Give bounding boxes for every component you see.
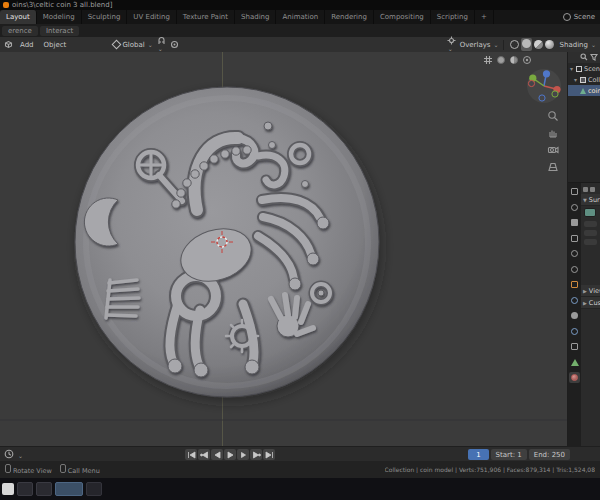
panel-label: Viewport Display (589, 287, 600, 295)
subtab-interact[interactable]: Interact (40, 26, 79, 36)
status-hint-menu: Call Menu (60, 464, 100, 475)
frame-fields: 1 Start: 1 End: 250 (468, 449, 570, 460)
property-slider[interactable] (584, 230, 597, 236)
rendered-shading-button[interactable] (545, 40, 554, 49)
subtab-reference[interactable]: erence (2, 26, 38, 36)
surface-color-swatch[interactable] (584, 208, 596, 217)
xray-toggle-icon[interactable] (496, 55, 506, 65)
props-tab-world[interactable] (569, 264, 580, 275)
props-tab-modifiers[interactable] (569, 295, 580, 306)
props-tab-material[interactable] (569, 372, 580, 383)
next-frame-button[interactable] (237, 449, 249, 460)
props-tab-render[interactable] (569, 202, 580, 213)
workspace-tab-uv-editing[interactable]: UV Editing (127, 10, 177, 24)
collection-icon (580, 77, 586, 83)
workspace-tab-modeling[interactable]: Modeling (37, 10, 82, 24)
outliner-search-icon[interactable] (580, 53, 588, 63)
solid-shading-button[interactable] (522, 39, 531, 48)
outliner-item-scene-collection[interactable]: Scene Collection (568, 63, 600, 74)
workspace-tab-compositing[interactable]: Compositing (374, 10, 431, 24)
playback-dropdown[interactable] (17, 451, 23, 460)
props-tab-output[interactable] (569, 217, 580, 228)
outliner-item-collection[interactable]: Collection (568, 74, 600, 85)
snap-magnet-toggle[interactable] (157, 36, 166, 53)
workspace-tab-rendering[interactable]: Rendering (325, 10, 374, 24)
workspace-tabbar: Layout Modeling Sculpting UV Editing Tex… (0, 10, 600, 24)
gizmo-x-neg (528, 80, 534, 86)
perspective-toggle-icon[interactable] (547, 161, 559, 173)
material-preview-button[interactable] (534, 40, 543, 49)
scene-statistics: Collection | coin model | Verts:751,906 … (385, 466, 595, 473)
props-tab-object[interactable] (569, 279, 580, 290)
status-hint-rotate: Rotate View (5, 464, 52, 475)
props-tab-constraints[interactable] (569, 341, 580, 352)
orientation-label: Global (122, 41, 144, 49)
properties-tabbar (568, 183, 581, 446)
play-button[interactable] (224, 449, 236, 460)
navigation-gizmo[interactable] (526, 68, 562, 104)
workspace-tab-scripting[interactable]: Scripting (431, 10, 475, 24)
shading-sphere-icon[interactable] (509, 55, 519, 65)
object-menu[interactable]: Object (41, 40, 70, 50)
custom-properties-panel-header[interactable]: Custom Properties (581, 297, 600, 309)
viewport-display-panel-header[interactable]: Viewport Display (581, 285, 600, 297)
proportional-editing-toggle[interactable] (170, 40, 179, 49)
outliner-filter-icon[interactable] (590, 53, 598, 63)
workspace-tab-layout[interactable]: Layout (0, 10, 37, 24)
editor-type-icon[interactable] (4, 40, 13, 49)
taskbar-start-button[interactable] (2, 483, 14, 495)
scene-selector[interactable]: Scene (563, 10, 600, 24)
current-frame-field[interactable]: 1 (468, 449, 488, 460)
props-tab-view-layer[interactable] (569, 233, 580, 244)
workspace-tab-add[interactable]: + (475, 10, 494, 24)
play-reverse-button[interactable] (211, 449, 223, 460)
viewport-tools (547, 110, 559, 173)
workspace-tab-animation[interactable]: Animation (276, 10, 325, 24)
jump-to-end-button[interactable] (263, 449, 275, 460)
next-keyframe-button[interactable] (250, 449, 262, 460)
start-frame-field[interactable]: Start: 1 (491, 449, 527, 460)
workspace-tab-sculpting[interactable]: Sculpting (82, 10, 128, 24)
properties-editor: Surface Viewport Display Custom Properti… (568, 183, 600, 446)
wireframe-shading-button[interactable] (510, 40, 519, 49)
transform-orientation-dropdown[interactable]: Global (113, 41, 152, 49)
grid-overlay-icon[interactable] (483, 55, 493, 65)
prev-keyframe-button[interactable] (198, 449, 210, 460)
props-tab-particles[interactable] (569, 310, 580, 321)
status-bar: Rotate View Call Menu Collection | coin … (0, 461, 600, 478)
pan-hand-icon[interactable] (547, 127, 559, 139)
window-title: oins\3\celtic coin 3 all.blend] (12, 1, 112, 9)
scene-collection-icon (576, 66, 582, 72)
camera-view-icon[interactable] (547, 144, 559, 156)
props-tab-scene[interactable] (569, 248, 580, 259)
taskbar-item[interactable] (36, 482, 52, 496)
render-sphere-icon[interactable] (522, 55, 532, 65)
viewport-3d[interactable] (0, 52, 568, 446)
timeline-editor-icon[interactable] (4, 449, 14, 461)
props-tab-physics[interactable] (569, 326, 580, 337)
outliner-item-label: coin model (588, 87, 600, 95)
jump-to-start-button[interactable] (185, 449, 197, 460)
shading-dropdown[interactable]: Shading (560, 41, 596, 49)
viewport-canvas[interactable] (0, 52, 568, 446)
expand-icon[interactable] (570, 65, 574, 73)
outliner-item-label: Collection (588, 76, 600, 84)
workspace-tab-shading[interactable]: Shading (235, 10, 276, 24)
props-tab-tool[interactable] (569, 186, 580, 197)
add-menu[interactable]: Add (17, 40, 37, 50)
property-slider[interactable] (584, 221, 597, 227)
overlays-dropdown[interactable]: Overlays (460, 41, 499, 49)
end-frame-field[interactable]: End: 250 (529, 449, 570, 460)
expand-icon[interactable] (574, 76, 578, 84)
surface-panel-header[interactable]: Surface (581, 194, 600, 206)
right-panel: Scene Collection Collection coin model (567, 52, 600, 446)
gizmo-z-axis (543, 70, 550, 77)
props-tab-object-data[interactable] (569, 357, 580, 368)
taskbar-item-active[interactable] (55, 482, 83, 496)
zoom-icon[interactable] (547, 110, 559, 122)
outliner-item-coin-model[interactable]: coin model (568, 85, 600, 96)
workspace-tab-texture-paint[interactable]: Texture Paint (177, 10, 235, 24)
taskbar-item[interactable] (86, 482, 102, 496)
taskbar-item[interactable] (17, 482, 33, 496)
gizmos-toggle[interactable] (447, 36, 456, 53)
